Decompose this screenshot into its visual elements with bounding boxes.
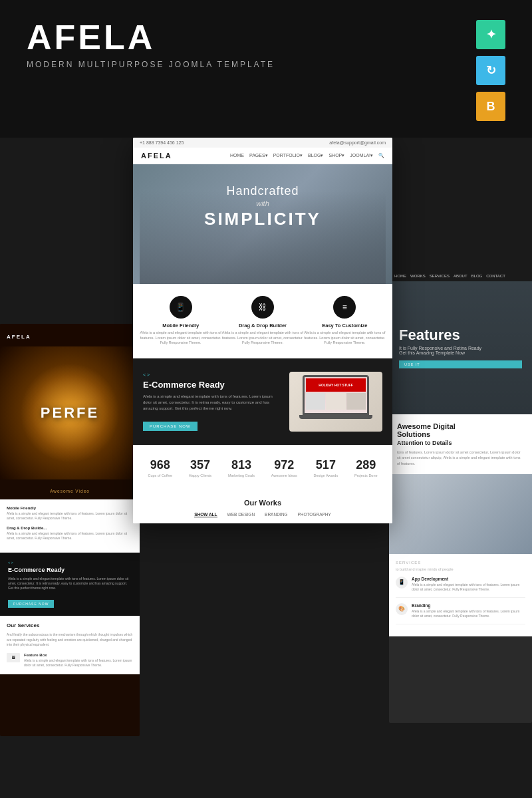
left-ecomm-label: < > — [8, 561, 132, 565]
left-feat-box-text: Afela is a simple and elegant template w… — [24, 658, 133, 668]
feature-customize-desc: Afela is a simple and elegant template w… — [304, 331, 386, 346]
stat-awards-num: 517 — [314, 458, 338, 472]
left-purchase-btn[interactable]: PURCHASE NOW — [8, 600, 54, 608]
right-info-title: Awesome DigitalSolutionsAttention to Det… — [397, 422, 524, 446]
tab-show-all[interactable]: SHOW ALL — [194, 512, 217, 517]
left-feat-title-2: Drag & Drop Builde... — [7, 526, 133, 530]
feature-dnd-desc: Afela is a simple and elegant template w… — [221, 331, 303, 346]
main-features: 📱 Mobile Friendly Afela is a simple and … — [133, 284, 392, 358]
nav-home[interactable]: HOME — [230, 153, 244, 158]
left-feat-title-1: Mobile Friendly — [7, 506, 133, 510]
stat-clients-label: Happy Clients — [189, 473, 211, 477]
stat-clients: 357 Happy Clients — [189, 458, 211, 477]
works-title: Our Works — [140, 499, 386, 507]
right-services-label2: to build and inspire minds of people — [396, 567, 525, 571]
right-service-branding: 🎨 Branding Afela is a simple and elegant… — [396, 603, 525, 624]
right-service-app: 📱 App Development Afela is a simple and … — [396, 577, 525, 598]
feature-dnd: ⛓ Drag & Drop Builder Afela is a simple … — [221, 296, 303, 346]
nav-joomla[interactable]: JOOMLA!▾ — [350, 153, 373, 158]
joomla-icon[interactable]: ✦ — [476, 20, 505, 49]
stat-awards-label: Design Awards — [314, 473, 338, 477]
right-hero: Features It is Fully Responsive and Reti… — [389, 281, 532, 414]
laptop-screen: HOLIDAY HOT STUFF — [303, 375, 369, 415]
left-services: Our Services And finally the subconsciou… — [0, 616, 140, 674]
header-icons: ✦ ↻ B — [476, 20, 505, 121]
stat-goals-label: Marketing Goals — [228, 473, 255, 477]
right-service-app-desc: Afela is a simple and elegant template w… — [412, 583, 525, 592]
main-nav-logo: AFELA — [141, 152, 172, 160]
left-hero-text: PERFE — [41, 404, 99, 422]
feature-dnd-icon: ⛓ — [251, 296, 274, 319]
nav-shop[interactable]: SHOP▾ — [329, 153, 344, 158]
right-service-branding-title: Branding — [412, 603, 525, 608]
right-nav-services[interactable]: SERVICES — [430, 274, 450, 278]
nav-blog[interactable]: BLOG▾ — [308, 153, 323, 158]
feature-mobile-icon: 📱 — [170, 296, 192, 319]
nav-search[interactable]: 🔍 — [378, 153, 384, 158]
refresh-icon[interactable]: ↻ — [476, 56, 505, 85]
laptop-base — [299, 415, 372, 419]
main-works: Our Works SHOW ALL WEB DESIGN BRANDING P… — [133, 491, 392, 523]
stat-coffee-num: 968 — [148, 458, 172, 472]
screenshot-main: +1 888 7394 456 125 afela@support@gmail.… — [133, 138, 392, 523]
ecomm-title: E-Commerce Ready — [143, 380, 279, 390]
nav-portfolio[interactable]: PORTFOLIO▾ — [273, 153, 303, 158]
stat-ideas-label: Awesome Ideas — [271, 473, 297, 477]
header-left: AFELA MODERN MULTIPURPOSE JOOMLA TEMPLAT… — [27, 20, 275, 69]
stat-clients-num: 357 — [189, 458, 211, 472]
bold-icon[interactable]: B — [476, 92, 505, 121]
main-nav: AFELA HOME PAGES▾ PORTFOLIO▾ BLOG▾ SHOP▾… — [133, 148, 392, 164]
laptop-mockup: HOLIDAY HOT STUFF — [293, 375, 379, 428]
right-service-branding-icon: 🎨 — [396, 603, 408, 615]
left-feat-desc-2: Afela is a simple and elegant template w… — [7, 531, 133, 541]
left-caption: Awesome Video — [0, 479, 140, 499]
left-services-desc: And finally the subconscious is the mech… — [7, 632, 133, 648]
left-feat-box-title: Feature Box — [24, 653, 133, 657]
screenshot-right: HOME WORKS SERVICES ABOUT BLOG CONTACT F… — [389, 271, 532, 723]
right-service-app-content: App Development Afela is a simple and el… — [412, 577, 525, 592]
ecomm-tag: < > — [143, 372, 279, 377]
feature-customize-title: Easy To Customize — [304, 323, 386, 329]
left-ecomm-title: E-Commerce Ready — [8, 567, 132, 573]
feature-customize: ≡ Easy To Customize Afela is a simple an… — [304, 296, 386, 346]
left-ecomm: < > E-Commerce Ready Afela is a simple a… — [0, 553, 140, 616]
right-info: Awesome DigitalSolutionsAttention to Det… — [389, 414, 532, 474]
right-nav-blog[interactable]: BLOG — [471, 274, 483, 278]
right-hero-text: Features — [399, 327, 522, 343]
brand-subtitle: MODERN MULTIPURPOSE JOOMLA TEMPLATE — [27, 60, 275, 69]
stat-ideas-num: 972 — [271, 458, 297, 472]
tab-photography[interactable]: PHOTOGRAPHY — [297, 512, 331, 517]
stat-projects-label: Projects Done — [354, 473, 378, 477]
right-nav-home[interactable]: HOME — [394, 274, 406, 278]
feature-mobile: 📱 Mobile Friendly Afela is a simple and … — [140, 296, 221, 346]
main-topbar-email: afela@support@gmail.com — [329, 140, 386, 145]
tab-branding[interactable]: BRANDING — [265, 512, 287, 517]
left-ecomm-desc: Afela is a simple and elegant template w… — [8, 577, 132, 591]
right-service-app-title: App Development — [412, 577, 525, 581]
main-hero-text: Handcrafted with SIMPLICITY — [133, 184, 392, 229]
left-services-title: Our Services — [7, 622, 133, 628]
right-nav-works[interactable]: WORKS — [410, 274, 426, 278]
hero-line2: SIMPLICITY — [133, 209, 392, 229]
nav-pages[interactable]: PAGES▾ — [249, 153, 268, 158]
right-service-branding-desc: Afela is a simple and elegant template w… — [412, 609, 525, 618]
screenshot-left: AFELA PERFE Awesome Video Mobile Friendl… — [0, 324, 140, 736]
stat-goals: 813 Marketing Goals — [228, 458, 255, 477]
main-nav-links: HOME PAGES▾ PORTFOLIO▾ BLOG▾ SHOP▾ JOOML… — [230, 153, 384, 158]
right-hero-btn[interactable]: USE IT — [399, 360, 522, 368]
left-brand-text: AFELA — [7, 334, 31, 340]
stat-coffee: 968 Cups of Coffee — [148, 458, 172, 477]
brand-title: AFELA — [27, 20, 275, 55]
ecomm-purchase-btn[interactable]: PURCHASE NOW — [143, 422, 198, 431]
tab-web-design[interactable]: WEB DESIGN — [227, 512, 255, 517]
ecomm-left: < > E-Commerce Ready Afela is a simple a… — [143, 372, 279, 431]
stat-awards: 517 Design Awards — [314, 458, 338, 477]
header: AFELA MODERN MULTIPURPOSE JOOMLA TEMPLAT… — [0, 0, 532, 138]
right-nav-contact[interactable]: CONTACT — [486, 274, 505, 278]
right-services: SERVICES to build and inspire minds of p… — [389, 554, 532, 636]
left-hero: PERFE — [0, 346, 140, 479]
left-feature-box: 🖥 Feature Box Afela is a simple and eleg… — [7, 653, 133, 668]
main-stats: 968 Cups of Coffee 357 Happy Clients 813… — [133, 445, 392, 491]
hero-line1: Handcrafted — [133, 184, 392, 198]
right-nav-about[interactable]: ABOUT — [454, 274, 467, 278]
